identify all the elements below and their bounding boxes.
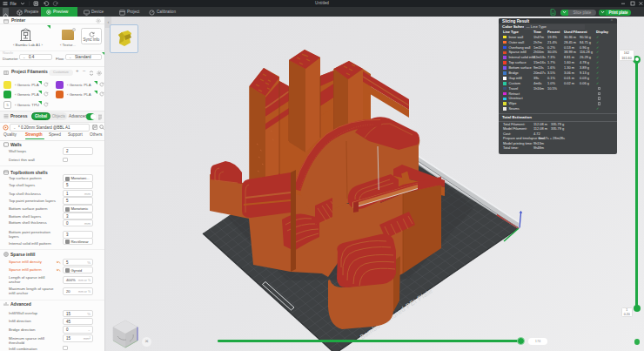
svg-text:File: File: [10, 2, 17, 6]
